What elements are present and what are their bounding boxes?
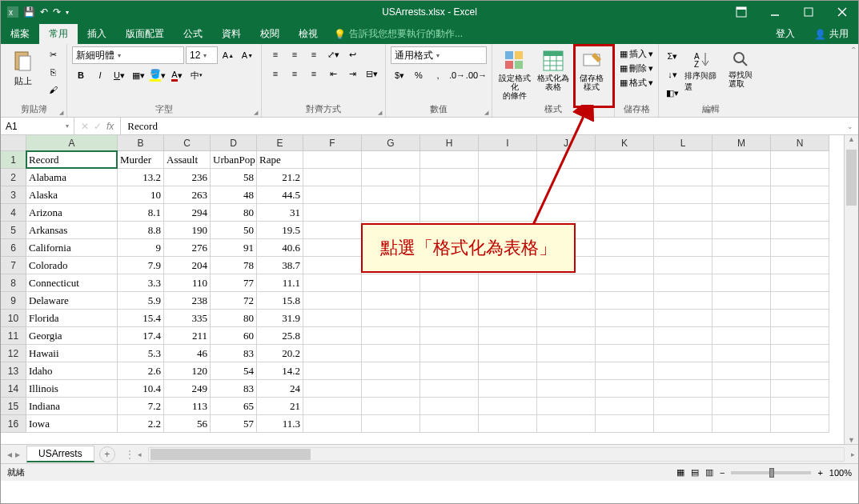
- cell[interactable]: [712, 362, 771, 380]
- font-color-button[interactable]: A▾: [168, 67, 186, 83]
- cell[interactable]: [303, 398, 362, 415]
- cell[interactable]: Murder: [118, 151, 164, 169]
- cell[interactable]: [712, 310, 771, 327]
- cell[interactable]: [303, 257, 362, 274]
- save-icon[interactable]: 💾: [23, 6, 35, 18]
- undo-icon[interactable]: ↶: [40, 6, 48, 18]
- cell[interactable]: 2.6: [118, 362, 164, 380]
- cell[interactable]: [596, 327, 654, 345]
- cell[interactable]: 10.4: [118, 380, 164, 398]
- cell[interactable]: [479, 362, 537, 380]
- cell[interactable]: 263: [164, 186, 211, 204]
- tab-home[interactable]: 常用: [39, 24, 78, 44]
- cell[interactable]: 83: [211, 380, 257, 398]
- cell[interactable]: 11.3: [257, 415, 303, 433]
- format-painter-button[interactable]: 🖌: [44, 82, 62, 98]
- qat-dropdown-icon[interactable]: ▾: [66, 9, 69, 16]
- cell[interactable]: 44.5: [257, 186, 303, 204]
- cell[interactable]: [420, 398, 479, 415]
- percent-button[interactable]: %: [410, 67, 427, 83]
- cell[interactable]: [771, 345, 829, 362]
- cell[interactable]: [362, 310, 420, 327]
- cell[interactable]: [303, 380, 362, 398]
- cell[interactable]: [362, 345, 420, 362]
- cell[interactable]: [771, 204, 829, 222]
- cell[interactable]: 38.7: [257, 257, 303, 274]
- cell[interactable]: Assault: [164, 151, 211, 169]
- cell[interactable]: [420, 345, 479, 362]
- row-header-12[interactable]: 12: [1, 345, 26, 362]
- enter-formula-icon[interactable]: ✓: [94, 121, 102, 132]
- row-header-15[interactable]: 15: [1, 398, 26, 415]
- row-header-7[interactable]: 7: [1, 257, 26, 274]
- cell[interactable]: [654, 239, 712, 257]
- increase-decimal-button[interactable]: .0→: [448, 67, 466, 83]
- ribbon-options-icon[interactable]: [725, 1, 757, 23]
- cell[interactable]: 58: [211, 169, 257, 186]
- format-cell-button[interactable]: ▦格式▾: [620, 77, 653, 89]
- cell[interactable]: Connecticut: [26, 274, 118, 292]
- cell[interactable]: [596, 204, 654, 222]
- cell[interactable]: [712, 169, 771, 186]
- wrap-text-button[interactable]: ↩: [343, 46, 361, 62]
- col-header-G[interactable]: G: [362, 135, 420, 151]
- cell[interactable]: [712, 222, 771, 239]
- cell[interactable]: [420, 186, 479, 204]
- col-header-E[interactable]: E: [257, 135, 303, 151]
- cell[interactable]: 31: [257, 204, 303, 222]
- collapse-ribbon-icon[interactable]: ⌃: [850, 46, 857, 54]
- cell[interactable]: 110: [164, 274, 211, 292]
- increase-font-button[interactable]: A▲: [219, 47, 237, 63]
- cell[interactable]: 56: [164, 415, 211, 433]
- cell[interactable]: [771, 239, 829, 257]
- cell[interactable]: 14.2: [257, 362, 303, 380]
- cell[interactable]: [712, 398, 771, 415]
- cell[interactable]: [771, 257, 829, 274]
- cell[interactable]: 335: [164, 310, 211, 327]
- cell[interactable]: [362, 204, 420, 222]
- cell[interactable]: [303, 292, 362, 310]
- currency-button[interactable]: $▾: [391, 67, 408, 83]
- cell[interactable]: [654, 274, 712, 292]
- cell[interactable]: [654, 380, 712, 398]
- horizontal-scrollbar[interactable]: [148, 447, 845, 462]
- redo-icon[interactable]: ↷: [53, 6, 61, 18]
- cell[interactable]: [596, 151, 654, 169]
- cell[interactable]: [537, 169, 596, 186]
- cell[interactable]: [654, 292, 712, 310]
- cell[interactable]: 24: [257, 380, 303, 398]
- cell[interactable]: [712, 257, 771, 274]
- maximize-button[interactable]: [793, 1, 825, 23]
- font-name-combo[interactable]: 新細明體▾: [72, 46, 184, 64]
- cell[interactable]: [537, 362, 596, 380]
- increase-indent-button[interactable]: ⇥: [343, 66, 361, 82]
- col-header-N[interactable]: N: [771, 135, 829, 151]
- cell[interactable]: 46: [164, 345, 211, 362]
- cell[interactable]: [420, 380, 479, 398]
- cell[interactable]: 3.3: [118, 274, 164, 292]
- col-header-L[interactable]: L: [654, 135, 712, 151]
- sort-filter-button[interactable]: AZ 排序與篩選: [684, 46, 720, 93]
- cell[interactable]: [654, 327, 712, 345]
- cell[interactable]: [596, 239, 654, 257]
- cell[interactable]: [712, 415, 771, 433]
- insert-cell-button[interactable]: ▦插入▾: [620, 48, 653, 60]
- cell[interactable]: [479, 327, 537, 345]
- cell[interactable]: 19.5: [257, 222, 303, 239]
- cell[interactable]: Rape: [257, 151, 303, 169]
- col-header-K[interactable]: K: [596, 135, 654, 151]
- cell[interactable]: 77: [211, 274, 257, 292]
- cell[interactable]: [596, 257, 654, 274]
- cell[interactable]: [654, 415, 712, 433]
- cell[interactable]: 48: [211, 186, 257, 204]
- row-header-11[interactable]: 11: [1, 327, 26, 345]
- cell[interactable]: [303, 186, 362, 204]
- cell[interactable]: Delaware: [26, 292, 118, 310]
- cell[interactable]: 65: [211, 398, 257, 415]
- close-button[interactable]: [826, 1, 858, 23]
- cell[interactable]: [771, 151, 829, 169]
- cell[interactable]: 15.4: [118, 310, 164, 327]
- cell[interactable]: Florida: [26, 310, 118, 327]
- cell[interactable]: [712, 380, 771, 398]
- cell[interactable]: [712, 186, 771, 204]
